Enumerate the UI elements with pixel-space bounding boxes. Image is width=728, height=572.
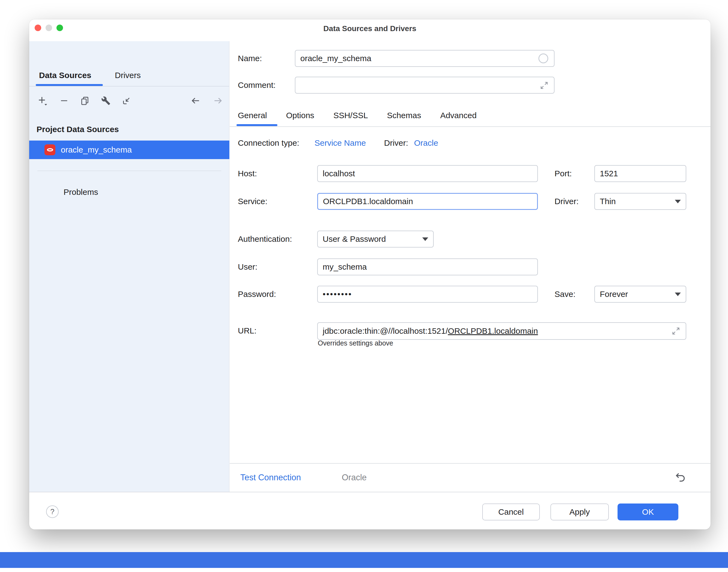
plus-icon [37, 95, 48, 106]
title-bar: Data Sources and Drivers [29, 19, 711, 41]
back-button[interactable] [189, 95, 201, 107]
revert-button[interactable] [675, 471, 686, 483]
add-data-source-button[interactable] [36, 95, 49, 107]
save-label: Save: [555, 288, 575, 300]
wrench-icon [101, 96, 110, 105]
question-mark-icon: ? [50, 508, 54, 516]
save-select[interactable]: Forever [594, 286, 686, 303]
problems-node[interactable]: Problems [64, 186, 98, 198]
background-blue-bar [0, 552, 728, 568]
chevron-down-icon [675, 200, 681, 203]
chevron-down-icon [675, 293, 681, 296]
tab-general[interactable]: General [238, 109, 267, 122]
url-service-link[interactable]: ORCLPDB1.localdomain [448, 327, 538, 336]
minus-icon [60, 96, 69, 105]
sidebar-tab-data-sources[interactable]: Data Sources [39, 69, 91, 82]
authentication-select[interactable]: User & Password [317, 231, 434, 247]
apply-button[interactable]: Apply [550, 503, 609, 520]
url-input[interactable]: jdbc:oracle:thin:@//localhost:1521/ORCLP… [317, 322, 686, 340]
driver-link[interactable]: Oracle [414, 137, 438, 149]
remove-data-source-button[interactable] [58, 95, 70, 107]
tab-advanced[interactable]: Advanced [440, 109, 477, 122]
expand-icon [671, 327, 680, 335]
connection-type-link[interactable]: Service Name [315, 137, 366, 149]
user-label: User: [238, 261, 257, 273]
tab-options[interactable]: Options [286, 109, 314, 122]
driver-link-label: Driver: [384, 137, 408, 149]
driver-name-text: Oracle [342, 471, 367, 484]
port-label: Port: [555, 167, 572, 180]
oracle-db-icon [45, 144, 55, 155]
refresh-indicator-icon [539, 54, 548, 63]
copy-icon [80, 96, 89, 105]
sidebar: Data Sources Drivers [29, 41, 229, 492]
project-data-sources-header: Project Data Sources [36, 123, 119, 136]
driver-select[interactable]: Thin [594, 193, 686, 210]
import-data-sources-button[interactable] [120, 95, 133, 107]
comment-input[interactable] [295, 77, 555, 94]
comment-label: Comment: [238, 79, 275, 91]
forward-arrow-icon [213, 95, 223, 106]
host-label: Host: [238, 167, 257, 180]
chevron-down-icon [422, 237, 428, 241]
password-label: Password: [238, 288, 276, 300]
service-label: Service: [238, 195, 267, 208]
data-source-label: oracle_my_schema [61, 145, 132, 154]
user-input[interactable] [317, 259, 538, 275]
panel-bottom-divider [230, 463, 711, 463]
active-tab-underline [36, 84, 103, 86]
undo-icon [675, 471, 686, 483]
test-connection-link[interactable]: Test Connection [240, 471, 301, 484]
back-arrow-icon [190, 95, 201, 106]
expand-url-button[interactable] [671, 327, 680, 335]
authentication-select-value: User & Password [323, 234, 386, 244]
sidebar-list-divider [37, 170, 221, 171]
password-input[interactable] [317, 286, 538, 303]
save-select-value: Forever [600, 290, 628, 299]
tab-schemas[interactable]: Schemas [387, 109, 421, 122]
name-input[interactable] [295, 50, 555, 67]
driver-label: Driver: [555, 195, 578, 208]
authentication-label: Authentication: [238, 233, 292, 245]
cancel-button[interactable]: Cancel [482, 503, 540, 520]
settings-tabs: General Options SSH/SSL Schemas Advanced [238, 109, 477, 122]
host-input[interactable] [317, 165, 538, 182]
name-label: Name: [238, 52, 262, 65]
tab-ssh-ssl[interactable]: SSH/SSL [333, 109, 368, 122]
tabs-divider [230, 126, 711, 127]
data-source-properties-button[interactable] [100, 95, 112, 107]
expand-comment-button[interactable] [540, 81, 549, 90]
data-sources-dialog: Data Sources and Drivers Data Sources Dr… [29, 19, 711, 529]
sidebar-tabs-divider [29, 86, 229, 86]
sidebar-tab-drivers[interactable]: Drivers [115, 69, 141, 82]
port-input[interactable] [594, 165, 686, 182]
url-hint-text: Overrides settings above [318, 339, 393, 347]
duplicate-data-source-button[interactable] [79, 95, 91, 107]
footer-divider [29, 492, 711, 492]
url-label: URL: [238, 325, 256, 337]
connection-type-label: Connection type: [238, 137, 299, 149]
service-input[interactable] [317, 193, 538, 210]
expand-icon [540, 81, 549, 90]
forward-button[interactable] [212, 95, 224, 107]
help-button[interactable]: ? [46, 505, 59, 518]
window-title: Data Sources and Drivers [29, 24, 711, 33]
url-prefix-text: jdbc:oracle:thin:@//localhost:1521/ [323, 327, 448, 336]
data-source-list-item[interactable]: oracle_my_schema [29, 141, 229, 159]
ok-button[interactable]: OK [618, 503, 678, 520]
import-icon [122, 96, 131, 105]
active-settings-tab-underline [237, 124, 277, 126]
driver-select-value: Thin [600, 197, 616, 206]
